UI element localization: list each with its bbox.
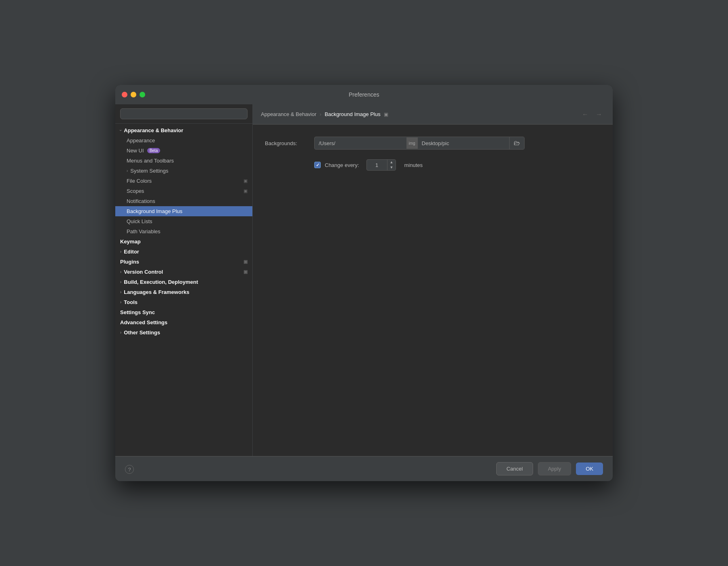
maximize-button[interactable] xyxy=(140,92,145,97)
db-icon: ▣ xyxy=(243,188,248,194)
db-icon: ▣ xyxy=(243,269,248,275)
path-input-wrapper: img 🗁 xyxy=(314,137,525,150)
spinner-up-button[interactable]: ▲ xyxy=(387,160,396,165)
sidebar-item-file-colors[interactable]: File Colors ▣ xyxy=(115,176,252,186)
spinner-wrapper: ▲ ▼ xyxy=(366,159,396,171)
help-button[interactable]: ? xyxy=(125,465,134,474)
search-input[interactable] xyxy=(120,108,248,119)
backgrounds-row: Backgrounds: img 🗁 xyxy=(265,137,601,150)
sidebar-item-menus-toolbars[interactable]: Menus and Toolbars xyxy=(115,156,252,166)
sidebar-item-plugins[interactable]: Plugins ▣ xyxy=(115,257,252,267)
backgrounds-label: Backgrounds: xyxy=(265,140,309,146)
sidebar-item-quick-lists[interactable]: Quick Lists xyxy=(115,216,252,226)
sidebar-item-languages-frameworks[interactable]: › Languages & Frameworks xyxy=(115,287,252,297)
sidebar-item-path-variables[interactable]: Path Variables xyxy=(115,226,252,237)
sidebar-item-version-control[interactable]: › Version Control ▣ xyxy=(115,267,252,277)
path-thumbnail: img xyxy=(406,137,418,149)
sidebar-tree: › Appearance & Behavior Appearance New U… xyxy=(115,124,252,456)
sidebar-item-other-settings[interactable]: › Other Settings xyxy=(115,327,252,338)
chevron-icon: › xyxy=(120,330,121,335)
sidebar-item-scopes[interactable]: Scopes ▣ xyxy=(115,186,252,196)
breadcrumb-link-appearance-behavior[interactable]: Appearance & Behavior xyxy=(261,111,316,117)
sidebar: 🔍 › Appearance & Behavior Appearance New… xyxy=(115,104,253,456)
change-every-checkbox-row: ✓ Change every: ▲ ▼ minutes xyxy=(314,159,423,171)
traffic-lights xyxy=(122,92,145,97)
sidebar-item-build-execution[interactable]: › Build, Execution, Deployment xyxy=(115,277,252,287)
footer: Cancel Apply OK xyxy=(115,456,613,481)
content-body: Backgrounds: img 🗁 ✓ xyxy=(253,125,613,456)
path-input[interactable] xyxy=(315,138,406,149)
close-button[interactable] xyxy=(122,92,127,97)
breadcrumb: Appearance & Behavior › Background Image… xyxy=(261,111,388,117)
sidebar-item-background-image-plus[interactable]: Background Image Plus xyxy=(115,206,252,216)
change-every-row: ✓ Change every: ▲ ▼ minutes xyxy=(265,159,601,171)
content-header: Appearance & Behavior › Background Image… xyxy=(253,104,613,125)
beta-badge: Beta xyxy=(147,148,161,153)
change-every-input[interactable] xyxy=(367,160,387,170)
search-wrapper: 🔍 xyxy=(120,108,248,119)
ok-button[interactable]: OK xyxy=(576,463,603,475)
sidebar-item-keymap[interactable]: Keymap xyxy=(115,237,252,247)
chevron-icon: › xyxy=(120,249,121,254)
content-area: Appearance & Behavior › Background Image… xyxy=(253,104,613,456)
folder-browse-button[interactable]: 🗁 xyxy=(509,137,524,149)
chevron-icon: › xyxy=(120,280,121,284)
breadcrumb-separator: › xyxy=(320,111,321,117)
chevron-icon: › xyxy=(127,169,128,173)
db-icon: ▣ xyxy=(243,259,248,264)
dialog-title: Preferences xyxy=(349,91,379,98)
sidebar-item-new-ui[interactable]: New UI Beta xyxy=(115,146,252,156)
sidebar-item-advanced-settings[interactable]: Advanced Settings xyxy=(115,317,252,327)
chevron-icon: › xyxy=(119,130,123,131)
chevron-icon: › xyxy=(120,290,121,294)
chevron-icon: › xyxy=(120,300,121,304)
spinner-down-button[interactable]: ▼ xyxy=(387,165,396,170)
sidebar-item-appearance-behavior[interactable]: › Appearance & Behavior xyxy=(115,125,252,135)
path-input-suffix[interactable] xyxy=(418,138,510,149)
main-content: 🔍 › Appearance & Behavior Appearance New… xyxy=(115,104,613,456)
sidebar-item-appearance[interactable]: Appearance xyxy=(115,135,252,146)
sidebar-item-settings-sync[interactable]: Settings Sync xyxy=(115,307,252,317)
sidebar-item-editor[interactable]: › Editor xyxy=(115,247,252,257)
sidebar-item-tools[interactable]: › Tools xyxy=(115,297,252,307)
spinner-arrows: ▲ ▼ xyxy=(387,160,396,170)
sidebar-item-system-settings[interactable]: › System Settings xyxy=(115,166,252,176)
sidebar-item-notifications[interactable]: Notifications xyxy=(115,196,252,206)
footer-wrapper: Cancel Apply OK ? xyxy=(115,456,613,481)
nav-arrows: ← → xyxy=(580,110,605,119)
title-bar: Preferences xyxy=(115,85,613,104)
chevron-icon: › xyxy=(120,270,121,274)
change-every-checkbox[interactable]: ✓ xyxy=(314,162,321,168)
apply-button[interactable]: Apply xyxy=(538,462,571,475)
change-every-label: Change every: xyxy=(325,162,359,168)
search-container: 🔍 xyxy=(115,104,252,124)
check-icon: ✓ xyxy=(316,163,320,168)
breadcrumb-current: Background Image Plus xyxy=(325,111,381,117)
cancel-button[interactable]: Cancel xyxy=(496,462,533,475)
db-icon: ▣ xyxy=(243,178,248,184)
breadcrumb-icon: ▣ xyxy=(384,112,388,117)
forward-arrow[interactable]: → xyxy=(593,110,605,119)
minutes-label: minutes xyxy=(404,162,423,168)
minimize-button[interactable] xyxy=(131,92,136,97)
back-arrow[interactable]: ← xyxy=(580,110,591,119)
